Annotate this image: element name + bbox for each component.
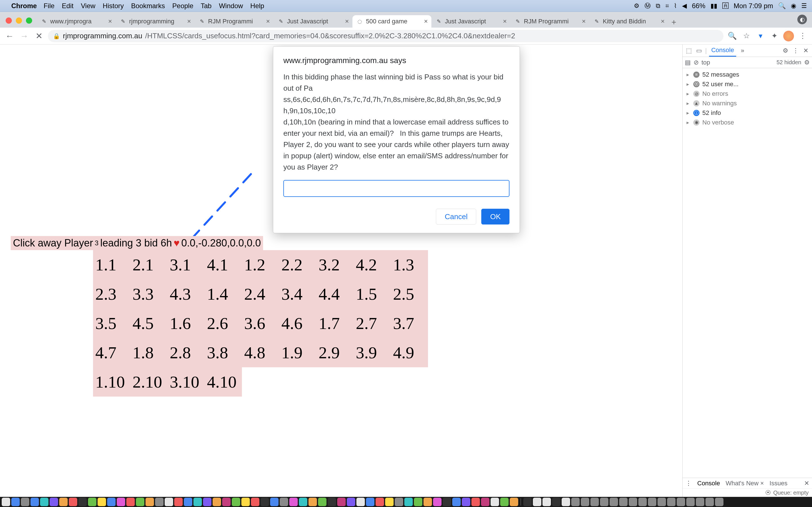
- browser-tab[interactable]: ✎Just Javascript✕: [273, 15, 352, 27]
- dock-app-icon[interactable]: [452, 498, 461, 506]
- dock-app-icon[interactable]: [523, 498, 532, 506]
- dock-app-icon[interactable]: [203, 498, 211, 506]
- app-name[interactable]: Chrome: [11, 2, 37, 10]
- clear-console-icon[interactable]: ⊘: [694, 59, 699, 66]
- dock-app-icon[interactable]: [619, 498, 627, 506]
- kebab-icon[interactable]: ⋮: [792, 47, 800, 54]
- dock-app-icon[interactable]: [375, 498, 384, 506]
- browser-tab[interactable]: ✎Just Javascript✕: [432, 15, 510, 27]
- dock-app-icon[interactable]: [260, 498, 269, 506]
- inspect-icon[interactable]: ⬚: [685, 47, 693, 54]
- close-icon[interactable]: ✕: [581, 18, 587, 24]
- forward-button[interactable]: →: [18, 31, 30, 42]
- browser-tab[interactable]: ◌500 card game✕: [352, 15, 432, 27]
- console-filter-row[interactable]: ▸✱No verbose: [682, 118, 812, 127]
- dock-app-icon[interactable]: [629, 498, 637, 506]
- dock-app-icon[interactable]: [79, 498, 87, 506]
- menu-people[interactable]: People: [172, 2, 193, 10]
- sidebar-toggle-icon[interactable]: ▤: [685, 59, 691, 66]
- dock-app-icon[interactable]: [471, 498, 480, 506]
- status-icon[interactable]: Ⓜ: [645, 2, 651, 10]
- address-bar[interactable]: 🔒 rjmprogramming.com.au/HTMLCSS/cards_us…: [48, 30, 723, 42]
- dock-app-icon[interactable]: [395, 498, 403, 506]
- console-filter-row[interactable]: ▸⦿52 user me...: [682, 79, 812, 89]
- minimize-window-icon[interactable]: [16, 17, 22, 24]
- dialog-input[interactable]: [283, 180, 509, 197]
- close-icon[interactable]: ✕: [802, 47, 810, 54]
- input-source-icon[interactable]: 🄰: [722, 2, 728, 10]
- incognito-indicator-icon[interactable]: ◐: [797, 15, 807, 24]
- dock-app-icon[interactable]: [117, 498, 125, 506]
- drawer-issues[interactable]: Issues: [769, 480, 788, 487]
- dock-app-icon[interactable]: [165, 498, 173, 506]
- close-icon[interactable]: ✕: [502, 18, 507, 24]
- menu-view[interactable]: View: [81, 2, 96, 10]
- dock-app-icon[interactable]: [696, 498, 704, 506]
- dock-app-icon[interactable]: [591, 498, 599, 506]
- dock-app-icon[interactable]: [289, 498, 298, 506]
- dock-app-icon[interactable]: [184, 498, 192, 506]
- dock-app-icon[interactable]: [2, 498, 10, 506]
- gear-icon[interactable]: ⚙: [804, 59, 810, 66]
- dock-trash-icon[interactable]: [715, 498, 723, 506]
- menu-bookmarks[interactable]: Bookmarks: [131, 2, 165, 10]
- dock-app-icon[interactable]: [213, 498, 221, 506]
- kebab-icon[interactable]: ⋮: [686, 480, 692, 487]
- dock-app-icon[interactable]: [299, 498, 307, 506]
- dock-app-icon[interactable]: [318, 498, 326, 506]
- dock-app-icon[interactable]: [270, 498, 278, 506]
- dock-app-icon[interactable]: [404, 498, 413, 506]
- drawer-whatsnew[interactable]: What's New ×: [726, 480, 764, 487]
- dock-app-icon[interactable]: [193, 498, 202, 506]
- dock-app-icon[interactable]: [366, 498, 374, 506]
- dock-app-icon[interactable]: [491, 498, 499, 506]
- tab-more[interactable]: »: [739, 47, 746, 54]
- menu-history[interactable]: History: [103, 2, 124, 10]
- dock-app-icon[interactable]: [423, 498, 432, 506]
- dock-app-icon[interactable]: [21, 498, 29, 506]
- extensions-puzzle-icon[interactable]: ✦: [769, 31, 780, 41]
- dock-app-icon[interactable]: [705, 498, 714, 506]
- screen-mirror-icon[interactable]: ⧉: [656, 2, 660, 10]
- dock-app-icon[interactable]: [385, 498, 394, 506]
- dock-app-icon[interactable]: [481, 498, 490, 506]
- zoom-window-icon[interactable]: [26, 17, 32, 24]
- dock-app-icon[interactable]: [648, 498, 656, 506]
- dock-app-icon[interactable]: [232, 498, 240, 506]
- battery-icon[interactable]: ▮▮: [711, 2, 717, 10]
- dock-app-icon[interactable]: [337, 498, 346, 506]
- bluetooth-icon[interactable]: ⌗: [665, 2, 669, 10]
- dock-app-icon[interactable]: [327, 498, 336, 506]
- ok-button[interactable]: OK: [481, 209, 509, 224]
- dock-app-icon[interactable]: [40, 498, 49, 506]
- close-icon[interactable]: ✕: [186, 18, 192, 24]
- close-icon[interactable]: ✕: [265, 18, 271, 24]
- kebab-menu-icon[interactable]: ⋮: [797, 31, 808, 41]
- dock-app-icon[interactable]: [308, 498, 317, 506]
- menu-help[interactable]: Help: [250, 2, 264, 10]
- close-icon[interactable]: ✕: [344, 18, 350, 24]
- dock-app-icon[interactable]: [222, 498, 231, 506]
- dock-app-icon[interactable]: [658, 498, 666, 506]
- cancel-button[interactable]: Cancel: [436, 209, 476, 224]
- dock-app-icon[interactable]: [510, 498, 518, 506]
- dock-app-icon[interactable]: [562, 498, 570, 506]
- pause-icon[interactable]: ⦿: [765, 490, 771, 496]
- close-icon[interactable]: ✕: [107, 18, 113, 24]
- dock-app-icon[interactable]: [31, 498, 39, 506]
- dock-app-icon[interactable]: [241, 498, 250, 506]
- dock-app-icon[interactable]: [686, 498, 695, 506]
- browser-tab[interactable]: ✎www.rjmprogra✕: [37, 15, 116, 27]
- browser-tab[interactable]: ✎Kitty and Biddin✕: [589, 15, 668, 27]
- dock-app-icon[interactable]: [543, 498, 551, 506]
- browser-tab[interactable]: ✎rjmprogramming✕: [116, 15, 195, 27]
- dock-app-icon[interactable]: [677, 498, 685, 506]
- dock-app-icon[interactable]: [610, 498, 618, 506]
- dock-app-icon[interactable]: [280, 498, 288, 506]
- star-icon[interactable]: ☆: [741, 31, 752, 41]
- siri-icon[interactable]: ◉: [791, 2, 796, 10]
- dock-app-icon[interactable]: [533, 498, 541, 506]
- menu-window[interactable]: Window: [219, 2, 243, 10]
- dock-app-icon[interactable]: [347, 498, 355, 506]
- dock-app-icon[interactable]: [136, 498, 144, 506]
